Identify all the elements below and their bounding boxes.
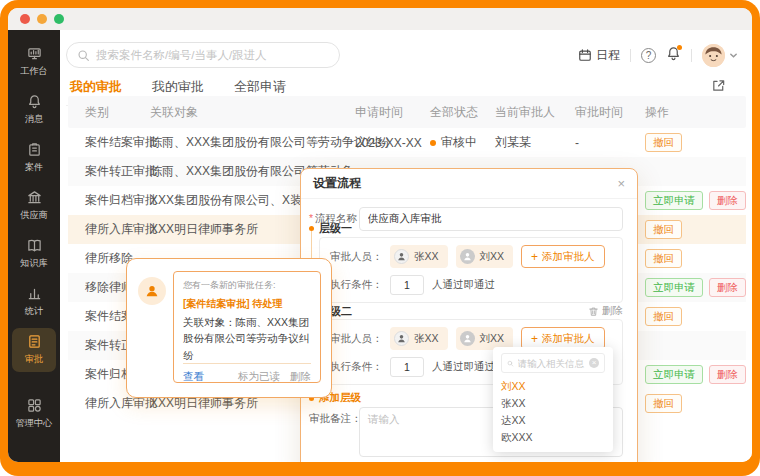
user-menu[interactable] (702, 44, 738, 67)
withdraw-button[interactable]: 撤回 (645, 220, 682, 239)
delete-button[interactable]: 删除 (709, 278, 746, 297)
condition-suffix: 人通过即通过 (432, 360, 495, 374)
note-label: 审批备注： (309, 412, 362, 426)
sidebar-item-label: 消息 (25, 113, 43, 126)
cell-status: 审核中 (430, 128, 477, 157)
modal-title: 设置流程 (313, 175, 361, 192)
dropdown-options: 刘XX 张XX 达XX 欧XXX (501, 378, 605, 446)
cell-category: 案件归档审批 (85, 186, 157, 215)
close-window-button[interactable] (20, 14, 30, 24)
delete-button[interactable]: 删除 (709, 365, 746, 384)
export-button[interactable] (711, 78, 726, 97)
withdraw-button[interactable]: 撤回 (645, 307, 682, 326)
notifications-button[interactable] (666, 46, 681, 65)
maximize-window-button[interactable] (54, 14, 64, 24)
sidebar-item-cases[interactable]: 案件 (12, 136, 56, 180)
column-header-category: 类别 (85, 96, 109, 128)
sidebar-item-statistics[interactable]: 统计 (12, 280, 56, 324)
dropdown-search-input[interactable] (518, 358, 585, 369)
divider (630, 49, 631, 62)
notification-tag: [案件结案审批] 待处理 (183, 297, 311, 311)
apply-now-button[interactable]: 立即申请 (645, 365, 703, 384)
cell-actions: 撤回 (645, 389, 682, 418)
approver-chip[interactable]: 张XX (390, 245, 448, 268)
mark-read-link[interactable]: 标为已读 (238, 370, 280, 384)
close-icon[interactable]: × (617, 177, 625, 190)
column-header-object: 关联对象 (150, 96, 198, 128)
process-name-input[interactable] (359, 207, 623, 231)
apply-now-button[interactable]: 立即申请 (645, 191, 703, 210)
condition-label: 执行条件： (330, 278, 382, 292)
sidebar-item-messages[interactable]: 消息 (12, 88, 56, 132)
topbar-actions: 日程 ? (578, 42, 738, 68)
bank-icon (27, 190, 42, 205)
cell-approve-time: - (575, 128, 579, 157)
delete-link[interactable]: 删除 (290, 370, 311, 384)
approver-name: 张XX (414, 250, 439, 264)
view-link[interactable]: 查看 (183, 370, 204, 384)
delete-button[interactable]: 删除 (709, 191, 746, 210)
condition-row: 执行条件： 人通过即通过 (330, 275, 612, 295)
condition-label: 执行条件： (330, 360, 382, 374)
sidebar-item-suppliers[interactable]: 供应商 (12, 184, 56, 228)
window-body: 工作台 消息 案件 供应商 知识库 统计 (8, 8, 752, 462)
notification-card: 您有一条新的审批任务: [案件结案审批] 待处理 关联对象：陈雨、XXX集团股份… (173, 271, 321, 383)
dropdown-option[interactable]: 欧XXX (501, 429, 605, 446)
schedule-button[interactable]: 日程 (578, 47, 620, 64)
sidebar-item-approval[interactable]: 审批 (12, 328, 56, 372)
condition-suffix: 人通过即通过 (432, 278, 495, 292)
delete-level-button[interactable]: 删除 (588, 304, 623, 318)
sidebar-item-label: 知识库 (20, 257, 48, 270)
dropdown-search: × (501, 353, 605, 373)
level-1-box: 审批人员： 张XX 刘XX 添加审批人 执行条件： (319, 237, 623, 303)
dropdown-option[interactable]: 达XX (501, 412, 605, 429)
dropdown-option[interactable]: 张XX (501, 395, 605, 412)
column-header-status: 全部状态 (430, 96, 478, 128)
approver-chip[interactable]: 刘XX (456, 245, 514, 268)
sidebar-item-workbench[interactable]: 工作台 (12, 40, 56, 84)
approver-select-dropdown: × 刘XX 张XX 达XX 欧XXX (493, 347, 613, 452)
main-content: 日程 ? 我的审批 我的审批 全部申请 (60, 30, 752, 462)
level-dot-icon (309, 226, 314, 231)
dropdown-option[interactable]: 刘XX (501, 378, 605, 395)
sidebar-item-label: 供应商 (20, 209, 48, 222)
minimize-window-button[interactable] (37, 14, 47, 24)
cell-actions: 立即申请删除 (645, 186, 746, 215)
withdraw-button[interactable]: 撤回 (645, 133, 682, 152)
approvers-label: 审批人员： (330, 332, 382, 346)
add-approver-button[interactable]: 添加审批人 (521, 245, 605, 268)
approver-chip[interactable]: 张XX (390, 327, 448, 350)
sidebar-item-admin-center[interactable]: 管理中心 (12, 392, 56, 436)
clear-icon[interactable]: × (589, 358, 599, 368)
approver-name: 刘XX (480, 332, 505, 346)
user-avatar-icon (394, 249, 409, 264)
apply-now-button[interactable]: 立即申请 (645, 278, 703, 297)
cell-apply-time: 2023-XX-XX (355, 128, 422, 157)
cell-object: XXX明日律师事务所 (150, 215, 258, 244)
bar-chart-icon (27, 286, 42, 301)
grid-icon (27, 398, 42, 413)
condition-count-input[interactable] (390, 357, 424, 377)
search-bar (66, 42, 340, 68)
level-1-header: 层级一 (309, 221, 352, 236)
table-header: 类别 关联对象 申请时间 全部状态 当前审批人 审批时间 操作 (68, 96, 746, 128)
withdraw-button[interactable]: 撤回 (645, 394, 682, 413)
sidebar: 工作台 消息 案件 供应商 知识库 统计 (8, 30, 60, 462)
cell-object: 陈雨、XXX集团股份有限公司等劳动争议纠纷 (150, 128, 390, 157)
cell-category: 律所入库审批 (85, 215, 157, 244)
search-icon (77, 49, 90, 62)
delete-level-label: 删除 (602, 304, 623, 318)
condition-count-input[interactable] (390, 275, 424, 295)
help-button[interactable]: ? (641, 48, 656, 63)
sidebar-item-knowledge[interactable]: 知识库 (12, 232, 56, 276)
clipboard-icon (27, 142, 42, 157)
titlebar (8, 8, 752, 30)
table-row[interactable]: 案件结案审批 陈雨、XXX集团股份有限公司等劳动争议纠纷 2023-XX-XX … (68, 128, 746, 157)
search-input[interactable] (96, 49, 329, 61)
column-header-approve-time: 审批时间 (575, 96, 623, 128)
approvers-label: 审批人员： (330, 250, 382, 264)
withdraw-button[interactable]: 撤回 (645, 249, 682, 268)
column-header-approver: 当前审批人 (495, 96, 555, 128)
trash-icon (588, 306, 599, 317)
notification-intro: 您有一条新的审批任务: (183, 279, 311, 292)
